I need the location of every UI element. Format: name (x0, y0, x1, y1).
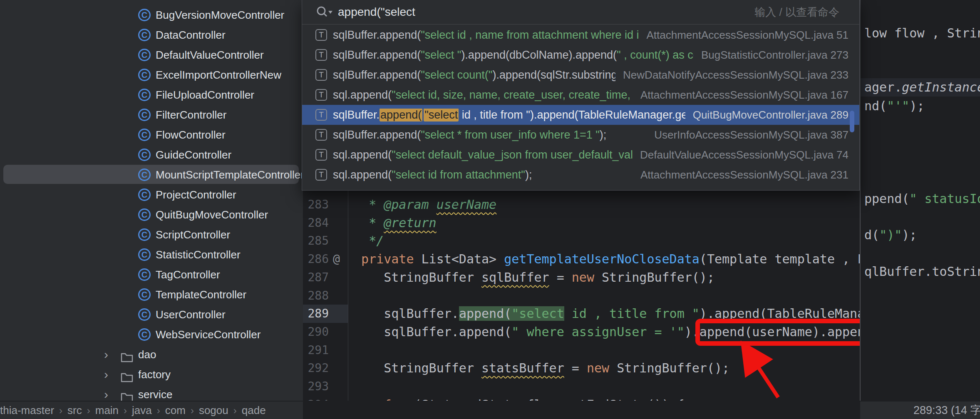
tree-item-class[interactable]: CQuitBugMoveController (0, 205, 303, 225)
tree-item-class[interactable]: CDataController (0, 25, 303, 45)
tree-item-class[interactable]: CScriptController (0, 225, 303, 245)
result-token: "select id, size, name, create_user, cre… (392, 89, 633, 101)
tree-item-class[interactable]: CFileUploadController (0, 85, 303, 105)
result-token: "select id from attachment" (392, 169, 525, 181)
tree-item-label: factory (138, 364, 171, 384)
breadcrumb-item[interactable]: sogou (199, 404, 228, 417)
chevron-right-icon[interactable]: › (104, 384, 108, 401)
tree-item-label: DataController (156, 25, 226, 45)
tree-item-class[interactable]: CMountScriptTemplateController (0, 165, 303, 185)
breadcrumb-item[interactable]: qade (242, 404, 266, 417)
code-token (354, 252, 361, 266)
code-token: sqlBuffer.append( (354, 325, 511, 339)
code-token: append( (459, 306, 511, 321)
tree-item-label: ScriptController (156, 225, 230, 245)
code-token (354, 197, 369, 212)
line-number: 288 (307, 287, 329, 305)
tree-item-class[interactable]: CProjectController (0, 185, 303, 205)
tree-item-label: MountScriptTemplateController (156, 165, 303, 185)
result-file-location: BugStatisticController.java 273 (694, 49, 849, 62)
tree-item-folder[interactable]: ›service (0, 384, 303, 401)
search-icon[interactable] (316, 6, 333, 19)
code-token (354, 216, 369, 230)
search-field[interactable]: append("select 输入 / 以查看命令 (302, 0, 859, 25)
chevron-right-icon[interactable]: › (104, 364, 108, 384)
result-token: sql.append( (333, 89, 392, 101)
tree-item-folder[interactable]: ›factory (0, 364, 303, 384)
results-scrollbar-thumb[interactable] (850, 111, 854, 132)
result-file-location: NewDataNotifyAccessSessionMySQL.java 233 (615, 69, 849, 82)
tree-item-class[interactable]: CWebServiceController (0, 325, 303, 345)
text-occurrence-icon: T (315, 69, 327, 81)
result-code-text: sqlBuffer.append("select id , name from … (333, 29, 639, 42)
code-token: "select (511, 306, 564, 321)
code-token: new (587, 361, 609, 375)
tree-item-class[interactable]: CTemplateController (0, 285, 303, 305)
search-result-row[interactable]: TsqlBuffer.append("select ").append(dbCo… (302, 45, 859, 65)
search-result-row[interactable]: TsqlBuffer.append("select count(").appen… (302, 65, 859, 85)
tree-item-class[interactable]: CStatisticController (0, 245, 303, 265)
result-code-text: sqlBuffer.append("select id , title from… (333, 109, 685, 121)
tree-item-class[interactable]: CDefaultValueController (0, 45, 303, 65)
annotation-gutter-icon[interactable]: @ (333, 250, 340, 268)
tree-item-class[interactable]: CExcelImportControllerNew (0, 65, 303, 85)
tree-item-class[interactable]: CUserController (0, 305, 303, 325)
result-code-text: sql.append("select id from attachment"); (333, 169, 633, 181)
search-query[interactable]: append("select (338, 0, 415, 24)
search-result-row[interactable]: Tsql.append("select id, size, name, crea… (302, 85, 859, 105)
code-line: * @param userName (354, 196, 496, 214)
tree-item-class[interactable]: CGuideController (0, 145, 303, 165)
class-icon: C (138, 129, 151, 141)
code-token: ")" (879, 228, 902, 242)
breadcrumb-item[interactable]: src (67, 404, 82, 417)
tree-item-class[interactable]: CFlowController (0, 125, 303, 145)
class-icon: C (138, 49, 151, 61)
tree-item-class[interactable]: CTagController (0, 265, 303, 285)
result-file-location: UserInfoAccessSessionMySQL.java 387 (647, 129, 849, 141)
breadcrumb-item[interactable]: thia-master (0, 404, 54, 417)
result-token: "select count(" (421, 69, 492, 81)
code-token: = (549, 270, 572, 285)
right-split-editor[interactable]: low flow , String uager.getInstance()nd(… (860, 0, 980, 401)
class-icon: C (138, 328, 151, 341)
project-tree-panel[interactable]: CBugVersionMoveControllerCDataController… (0, 0, 303, 401)
search-result-row[interactable]: Tsql.append("select id from attachment")… (302, 165, 859, 185)
result-file-location: AttachmentAccessSessionMySQL.java 167 (633, 89, 849, 102)
breadcrumb-item[interactable]: java (132, 404, 152, 417)
code-token: StringBuffer(); (594, 270, 715, 285)
tree-item-folder[interactable]: ›dao (0, 345, 303, 364)
tree-item-label: BugVersionMoveController (156, 5, 284, 25)
code-token: sqlBuffer (481, 270, 549, 285)
code-token: (Stat endStat: flow.getEndStats()) { (406, 397, 684, 401)
folder-icon (121, 389, 133, 401)
class-icon: C (138, 208, 151, 221)
code-token: " where assignUser = '" (511, 325, 684, 339)
caret-position[interactable]: 289:33 (14 字 (913, 402, 980, 419)
class-icon: C (138, 9, 151, 21)
code-fragment: ager.getInstance() (864, 78, 980, 97)
code-fragment: nd("'"); (864, 97, 925, 115)
search-result-row[interactable]: TsqlBuffer.append("select * from user_in… (302, 125, 859, 145)
code-token: private (361, 252, 414, 266)
breadcrumb-item[interactable]: main (95, 404, 119, 417)
code-line: for (Stat endStat: flow.getEndStats()) { (354, 396, 685, 401)
code-token: @return (384, 216, 436, 230)
tree-item-class[interactable]: CFilterController (0, 105, 303, 125)
result-file-location: DefaultValueAccessSessionMySQL.java 74 (633, 149, 849, 161)
code-token: * (369, 216, 384, 230)
code-token: for (384, 397, 406, 401)
breadcrumb-item[interactable]: com (165, 404, 186, 417)
result-token: "select (424, 109, 459, 121)
text-occurrence-icon: T (315, 149, 327, 161)
line-number: 291 (307, 341, 329, 359)
tree-item-class[interactable]: CBugVersionMoveController (0, 5, 303, 25)
search-result-row[interactable]: TsqlBuffer.append("select id , title fro… (302, 105, 859, 125)
line-number: 283 (307, 196, 329, 214)
line-number: 293 (307, 377, 329, 396)
class-icon: C (138, 248, 151, 261)
search-result-row[interactable]: TsqlBuffer.append("select id , name from… (302, 25, 859, 45)
chevron-right-icon[interactable]: › (104, 345, 108, 364)
tree-item-label: FileUploadController (156, 85, 254, 105)
tree-item-label: FilterController (156, 105, 227, 125)
search-result-row[interactable]: Tsql.append("select default_value_json f… (302, 145, 859, 165)
